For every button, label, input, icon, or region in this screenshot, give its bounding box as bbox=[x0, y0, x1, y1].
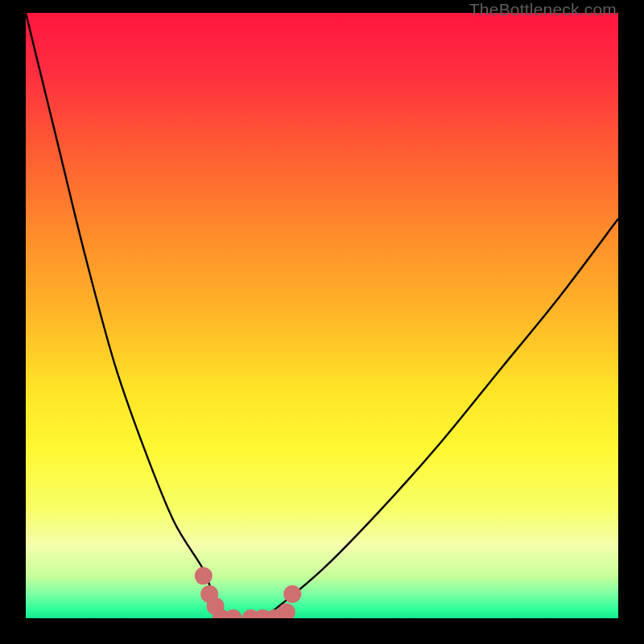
curve-valley-marker bbox=[195, 567, 301, 618]
valley-dot bbox=[283, 585, 301, 603]
valley-dot bbox=[225, 609, 242, 618]
watermark-text: TheBottleneck.com bbox=[469, 0, 617, 19]
valley-dot bbox=[195, 567, 213, 584]
bottleneck-curve bbox=[26, 13, 618, 618]
curve-layer bbox=[26, 13, 618, 618]
plot-area bbox=[26, 13, 618, 618]
chart-stage: TheBottleneck.com bbox=[0, 0, 644, 644]
